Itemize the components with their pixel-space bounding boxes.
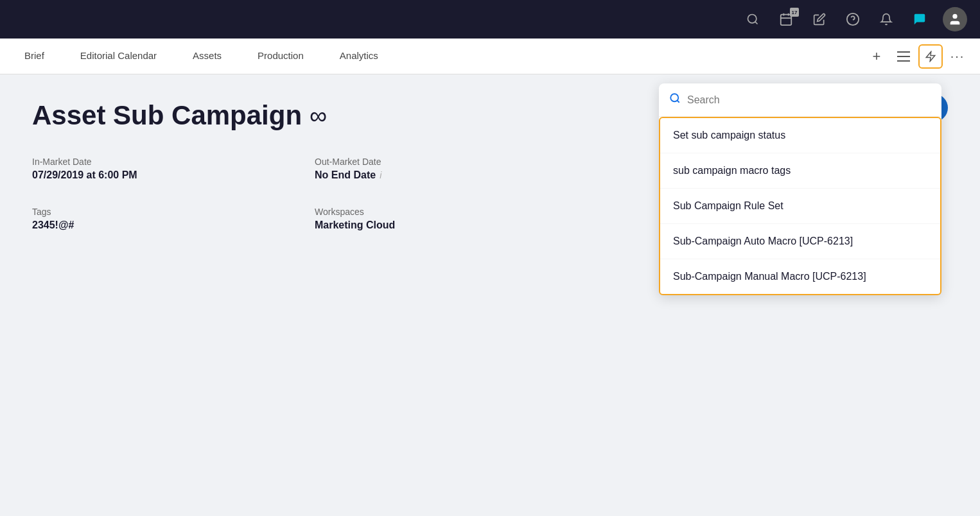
- automation-button[interactable]: [918, 44, 943, 69]
- tags-item: Tags 2345!@#: [32, 207, 263, 231]
- add-button[interactable]: +: [864, 44, 889, 69]
- top-nav: 17: [0, 0, 980, 39]
- svg-rect-10: [897, 56, 910, 57]
- tab-actions: + ···: [864, 44, 980, 69]
- in-market-label: In-Market Date: [32, 157, 263, 167]
- dropdown-search-bar: [659, 83, 941, 117]
- svg-line-1: [755, 22, 758, 24]
- dropdown-item-manual-macro[interactable]: Sub-Campaign Manual Macro [UCP-6213]: [660, 259, 940, 294]
- tab-assets[interactable]: Assets: [175, 39, 240, 74]
- dropdown-item-macro-tags[interactable]: sub campaign macro tags: [660, 153, 940, 189]
- svg-marker-12: [926, 51, 935, 61]
- infinity-symbol: ∞: [310, 102, 327, 130]
- chat-icon[interactable]: [909, 9, 930, 30]
- workspaces-value: Marketing Cloud: [315, 219, 546, 231]
- bell-icon[interactable]: [876, 9, 897, 30]
- tab-editorial-calendar[interactable]: Editorial Calendar: [62, 39, 175, 74]
- search-input[interactable]: [687, 94, 931, 106]
- dropdown-item-rule-set[interactable]: Sub Campaign Rule Set: [660, 189, 940, 224]
- calendar-badge: 17: [790, 8, 799, 17]
- out-market-info-icon: i: [380, 170, 381, 180]
- svg-rect-9: [897, 51, 910, 53]
- tags-label: Tags: [32, 207, 263, 217]
- dropdown-panel: Set sub campaign status sub campaign mac…: [659, 83, 941, 295]
- avatar[interactable]: [943, 7, 967, 31]
- tab-bar: Brief Editorial Calendar Assets Producti…: [0, 39, 980, 74]
- tags-value: 2345!@#: [32, 219, 263, 231]
- tab-analytics[interactable]: Analytics: [322, 39, 396, 74]
- svg-line-14: [677, 100, 679, 102]
- svg-point-13: [670, 94, 678, 101]
- svg-point-8: [952, 14, 957, 19]
- edit-icon[interactable]: [809, 9, 830, 30]
- workspaces-item: Workspaces Marketing Cloud: [315, 207, 546, 231]
- meta-grid: In-Market Date 07/29/2019 at 6:00 PM Out…: [32, 157, 546, 231]
- dropdown-item-set-status[interactable]: Set sub campaign status: [660, 118, 940, 153]
- tab-brief[interactable]: Brief: [6, 39, 62, 74]
- tab-production[interactable]: Production: [240, 39, 322, 74]
- in-market-value: 07/29/2019 at 6:00 PM: [32, 169, 263, 181]
- dropdown-search-icon: [669, 92, 681, 107]
- dropdown-item-auto-macro[interactable]: Sub-Campaign Auto Macro [UCP-6213]: [660, 224, 940, 259]
- search-icon[interactable]: [742, 9, 763, 30]
- out-market-date-item: Out-Market Date No End Date i: [315, 157, 546, 181]
- in-market-date-item: In-Market Date 07/29/2019 at 6:00 PM: [32, 157, 263, 181]
- dropdown-list: Set sub campaign status sub campaign mac…: [659, 117, 941, 295]
- out-market-value: No End Date i: [315, 169, 546, 181]
- help-icon[interactable]: [843, 9, 863, 30]
- list-view-button[interactable]: [891, 44, 916, 69]
- svg-point-0: [748, 15, 757, 23]
- more-options-button[interactable]: ···: [945, 44, 970, 69]
- calendar-icon[interactable]: 17: [776, 9, 796, 30]
- svg-rect-11: [897, 60, 910, 62]
- out-market-label: Out-Market Date: [315, 157, 546, 167]
- page-title: Asset Sub Campaign: [32, 100, 302, 131]
- workspaces-label: Workspaces: [315, 207, 546, 217]
